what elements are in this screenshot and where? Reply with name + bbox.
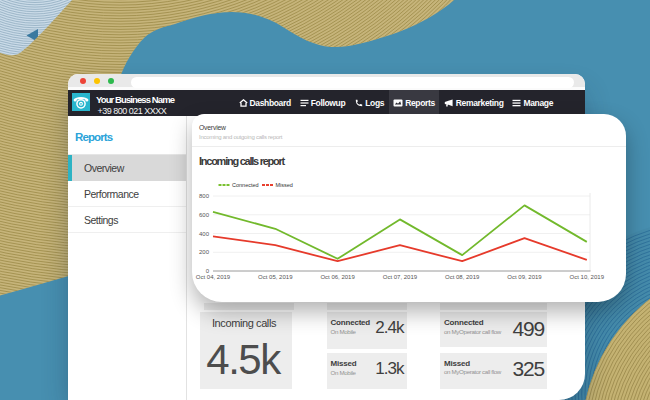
svg-text:Connected: Connected <box>232 182 259 188</box>
svg-text:Oct 10, 2019: Oct 10, 2019 <box>570 274 605 280</box>
svg-text:Oct 04, 2019: Oct 04, 2019 <box>196 274 231 280</box>
svg-text:Oct 07, 2019: Oct 07, 2019 <box>383 274 418 280</box>
svg-text:400: 400 <box>199 231 210 237</box>
svg-text:Missed: Missed <box>276 182 293 188</box>
svg-text:Oct 06, 2019: Oct 06, 2019 <box>320 274 355 280</box>
svg-text:800: 800 <box>199 193 210 199</box>
svg-text:Oct 05, 2019: Oct 05, 2019 <box>258 274 293 280</box>
svg-text:600: 600 <box>199 212 210 218</box>
svg-text:200: 200 <box>199 249 210 255</box>
svg-text:Oct 09, 2019: Oct 09, 2019 <box>507 274 542 280</box>
svg-text:Oct 08, 2019: Oct 08, 2019 <box>445 274 480 280</box>
